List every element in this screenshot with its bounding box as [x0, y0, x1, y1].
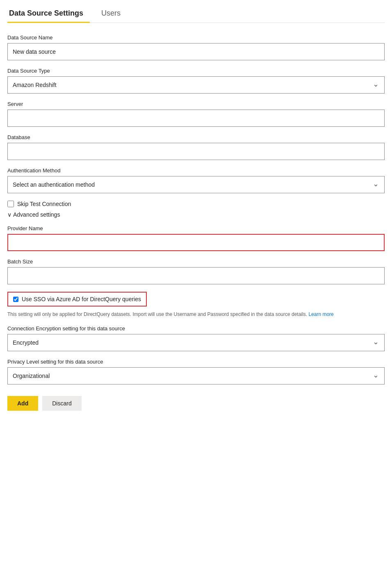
privacy-level-select-wrapper: Organizational Private Public None	[7, 367, 385, 384]
connection-encryption-select-wrapper: Encrypted Not Encrypted No Encryption Op…	[7, 334, 385, 351]
advanced-settings-toggle[interactable]: ∨ Advanced settings	[7, 211, 385, 218]
batch-size-section: Batch Size	[7, 259, 385, 284]
sso-checkbox[interactable]	[13, 297, 18, 302]
sso-label[interactable]: Use SSO via Azure AD for DirectQuery que…	[22, 296, 141, 302]
authentication-method-select-wrapper: Select an authentication method Basic (U…	[7, 176, 385, 193]
tab-data-source-settings[interactable]: Data Source Settings	[7, 4, 90, 23]
data-source-name-section: Data Source Name	[7, 34, 385, 60]
server-input[interactable]	[7, 110, 385, 127]
authentication-method-select[interactable]: Select an authentication method Basic (U…	[7, 176, 385, 193]
data-source-type-section: Data Source Type Amazon Redshift SQL Ser…	[7, 68, 385, 94]
skip-test-connection-row: Skip Test Connection	[7, 201, 385, 207]
data-source-name-label: Data Source Name	[7, 34, 385, 41]
provider-name-input[interactable]	[7, 234, 385, 251]
connection-encryption-section: Connection Encryption setting for this d…	[7, 325, 385, 351]
buttons-row: Add Discard	[7, 396, 385, 411]
skip-test-connection-checkbox[interactable]	[7, 201, 14, 207]
data-source-type-select[interactable]: Amazon Redshift SQL Server Oracle MySQL …	[7, 76, 385, 94]
database-label: Database	[7, 134, 385, 140]
provider-name-section: Provider Name	[7, 225, 385, 251]
server-section: Server	[7, 101, 385, 127]
sso-info-text: This setting will only be applied for Di…	[7, 311, 385, 318]
discard-button[interactable]: Discard	[42, 396, 81, 411]
learn-more-link[interactable]: Learn more	[308, 311, 333, 317]
provider-name-label: Provider Name	[7, 225, 385, 231]
privacy-level-section: Privacy Level setting for this data sour…	[7, 359, 385, 384]
add-button[interactable]: Add	[7, 396, 38, 411]
skip-test-connection-label[interactable]: Skip Test Connection	[17, 201, 71, 207]
database-section: Database	[7, 134, 385, 160]
database-input[interactable]	[7, 143, 385, 160]
authentication-method-label: Authentication Method	[7, 167, 385, 174]
advanced-settings-label: Advanced settings	[13, 211, 60, 218]
tab-users[interactable]: Users	[100, 4, 127, 23]
data-source-type-select-wrapper: Amazon Redshift SQL Server Oracle MySQL …	[7, 76, 385, 94]
privacy-level-label: Privacy Level setting for this data sour…	[7, 359, 385, 365]
connection-encryption-label: Connection Encryption setting for this d…	[7, 325, 385, 332]
data-source-type-label: Data Source Type	[7, 68, 385, 74]
connection-encryption-select[interactable]: Encrypted Not Encrypted No Encryption Op…	[7, 334, 385, 351]
privacy-level-select[interactable]: Organizational Private Public None	[7, 367, 385, 384]
sso-section: Use SSO via Azure AD for DirectQuery que…	[7, 292, 385, 318]
sso-checkbox-wrapper: Use SSO via Azure AD for DirectQuery que…	[7, 292, 147, 307]
batch-size-input[interactable]	[7, 267, 385, 284]
data-source-name-input[interactable]	[7, 43, 385, 60]
tabs-header: Data Source Settings Users	[7, 0, 385, 23]
authentication-method-section: Authentication Method Select an authenti…	[7, 167, 385, 193]
server-label: Server	[7, 101, 385, 107]
batch-size-label: Batch Size	[7, 259, 385, 265]
chevron-down-icon: ∨	[7, 211, 11, 218]
